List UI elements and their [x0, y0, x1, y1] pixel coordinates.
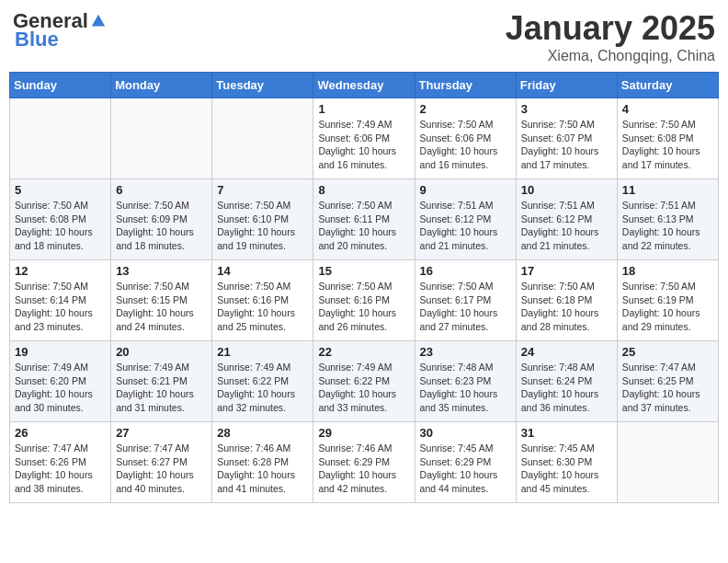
day-info: Sunrise: 7:50 AM Sunset: 6:16 PM Dayligh… — [217, 280, 308, 334]
day-number: 12 — [15, 264, 106, 278]
day-info: Sunrise: 7:45 AM Sunset: 6:29 PM Dayligh… — [420, 442, 511, 496]
day-info: Sunrise: 7:50 AM Sunset: 6:17 PM Dayligh… — [420, 280, 511, 334]
day-info: Sunrise: 7:51 AM Sunset: 6:12 PM Dayligh… — [521, 199, 612, 253]
logo: General Blue — [13, 9, 107, 52]
day-number: 31 — [521, 426, 612, 440]
calendar-cell — [111, 98, 212, 179]
weekday-header-thursday: Thursday — [415, 73, 516, 98]
calendar-cell: 17Sunrise: 7:50 AM Sunset: 6:18 PM Dayli… — [516, 260, 617, 341]
calendar-cell: 24Sunrise: 7:48 AM Sunset: 6:24 PM Dayli… — [516, 341, 617, 422]
calendar-cell — [617, 422, 718, 503]
day-number: 7 — [217, 183, 308, 197]
calendar-cell: 29Sunrise: 7:46 AM Sunset: 6:29 PM Dayli… — [313, 422, 415, 503]
calendar-cell: 3Sunrise: 7:50 AM Sunset: 6:07 PM Daylig… — [516, 98, 617, 179]
calendar-cell: 21Sunrise: 7:49 AM Sunset: 6:22 PM Dayli… — [212, 341, 313, 422]
day-number: 28 — [217, 426, 308, 440]
day-info: Sunrise: 7:50 AM Sunset: 6:14 PM Dayligh… — [15, 280, 106, 334]
calendar-cell: 11Sunrise: 7:51 AM Sunset: 6:13 PM Dayli… — [617, 179, 718, 260]
day-number: 6 — [116, 183, 207, 197]
calendar-table: SundayMondayTuesdayWednesdayThursdayFrid… — [9, 72, 719, 503]
calendar-cell — [212, 98, 313, 179]
day-number: 25 — [622, 345, 713, 359]
calendar-cell: 10Sunrise: 7:51 AM Sunset: 6:12 PM Dayli… — [516, 179, 617, 260]
weekday-header-tuesday: Tuesday — [212, 73, 313, 98]
day-number: 24 — [521, 345, 612, 359]
day-number: 30 — [420, 426, 511, 440]
calendar-cell: 2Sunrise: 7:50 AM Sunset: 6:06 PM Daylig… — [415, 98, 516, 179]
calendar-cell: 9Sunrise: 7:51 AM Sunset: 6:12 PM Daylig… — [415, 179, 516, 260]
day-info: Sunrise: 7:50 AM Sunset: 6:08 PM Dayligh… — [15, 199, 106, 253]
day-info: Sunrise: 7:51 AM Sunset: 6:12 PM Dayligh… — [420, 199, 511, 253]
day-info: Sunrise: 7:50 AM Sunset: 6:15 PM Dayligh… — [116, 280, 207, 334]
day-info: Sunrise: 7:50 AM Sunset: 6:11 PM Dayligh… — [318, 199, 409, 253]
day-number: 27 — [116, 426, 207, 440]
day-info: Sunrise: 7:50 AM Sunset: 6:16 PM Dayligh… — [318, 280, 409, 334]
day-info: Sunrise: 7:48 AM Sunset: 6:24 PM Dayligh… — [521, 361, 612, 415]
day-number: 8 — [318, 183, 409, 197]
day-number: 15 — [318, 264, 409, 278]
day-info: Sunrise: 7:48 AM Sunset: 6:23 PM Dayligh… — [420, 361, 511, 415]
svg-marker-0 — [92, 15, 105, 27]
calendar-cell: 4Sunrise: 7:50 AM Sunset: 6:08 PM Daylig… — [617, 98, 718, 179]
calendar-cell: 14Sunrise: 7:50 AM Sunset: 6:16 PM Dayli… — [212, 260, 313, 341]
week-row-2: 5Sunrise: 7:50 AM Sunset: 6:08 PM Daylig… — [10, 179, 719, 260]
weekday-header-wednesday: Wednesday — [313, 73, 415, 98]
week-row-5: 26Sunrise: 7:47 AM Sunset: 6:26 PM Dayli… — [10, 422, 719, 503]
day-number: 5 — [15, 183, 106, 197]
day-number: 20 — [116, 345, 207, 359]
calendar-cell: 1Sunrise: 7:49 AM Sunset: 6:06 PM Daylig… — [313, 98, 415, 179]
week-row-1: 1Sunrise: 7:49 AM Sunset: 6:06 PM Daylig… — [10, 98, 719, 179]
day-number: 3 — [521, 102, 612, 116]
day-info: Sunrise: 7:50 AM Sunset: 6:06 PM Dayligh… — [420, 118, 511, 172]
day-number: 26 — [15, 426, 106, 440]
day-number: 1 — [318, 102, 409, 116]
calendar-cell: 7Sunrise: 7:50 AM Sunset: 6:10 PM Daylig… — [212, 179, 313, 260]
day-info: Sunrise: 7:50 AM Sunset: 6:07 PM Dayligh… — [521, 118, 612, 172]
day-number: 16 — [420, 264, 511, 278]
logo-icon — [90, 13, 107, 29]
day-info: Sunrise: 7:51 AM Sunset: 6:13 PM Dayligh… — [622, 199, 713, 253]
calendar-cell — [10, 98, 111, 179]
calendar-cell: 5Sunrise: 7:50 AM Sunset: 6:08 PM Daylig… — [10, 179, 111, 260]
logo-blue: Blue — [15, 28, 59, 52]
title-block: January 2025 Xiema, Chongqing, China — [506, 9, 715, 64]
day-number: 11 — [622, 183, 713, 197]
day-info: Sunrise: 7:49 AM Sunset: 6:22 PM Dayligh… — [217, 361, 308, 415]
calendar-cell: 13Sunrise: 7:50 AM Sunset: 6:15 PM Dayli… — [111, 260, 212, 341]
calendar-cell: 8Sunrise: 7:50 AM Sunset: 6:11 PM Daylig… — [313, 179, 415, 260]
day-number: 9 — [420, 183, 511, 197]
calendar-cell: 22Sunrise: 7:49 AM Sunset: 6:22 PM Dayli… — [313, 341, 415, 422]
calendar-cell: 12Sunrise: 7:50 AM Sunset: 6:14 PM Dayli… — [10, 260, 111, 341]
weekday-header-row: SundayMondayTuesdayWednesdayThursdayFrid… — [10, 73, 719, 98]
day-number: 23 — [420, 345, 511, 359]
calendar-cell: 18Sunrise: 7:50 AM Sunset: 6:19 PM Dayli… — [617, 260, 718, 341]
day-info: Sunrise: 7:47 AM Sunset: 6:27 PM Dayligh… — [116, 442, 207, 496]
page-header: General Blue January 2025 Xiema, Chongqi… — [9, 9, 719, 64]
calendar-cell: 31Sunrise: 7:45 AM Sunset: 6:30 PM Dayli… — [516, 422, 617, 503]
weekday-header-sunday: Sunday — [10, 73, 111, 98]
day-info: Sunrise: 7:50 AM Sunset: 6:18 PM Dayligh… — [521, 280, 612, 334]
day-number: 13 — [116, 264, 207, 278]
day-number: 14 — [217, 264, 308, 278]
day-info: Sunrise: 7:49 AM Sunset: 6:06 PM Dayligh… — [318, 118, 409, 172]
day-info: Sunrise: 7:47 AM Sunset: 6:26 PM Dayligh… — [15, 442, 106, 496]
weekday-header-monday: Monday — [111, 73, 212, 98]
day-info: Sunrise: 7:50 AM Sunset: 6:09 PM Dayligh… — [116, 199, 207, 253]
weekday-header-friday: Friday — [516, 73, 617, 98]
day-number: 21 — [217, 345, 308, 359]
day-number: 2 — [420, 102, 511, 116]
day-number: 17 — [521, 264, 612, 278]
day-info: Sunrise: 7:45 AM Sunset: 6:30 PM Dayligh… — [521, 442, 612, 496]
week-row-3: 12Sunrise: 7:50 AM Sunset: 6:14 PM Dayli… — [10, 260, 719, 341]
day-info: Sunrise: 7:50 AM Sunset: 6:10 PM Dayligh… — [217, 199, 308, 253]
weekday-header-saturday: Saturday — [617, 73, 718, 98]
day-info: Sunrise: 7:47 AM Sunset: 6:25 PM Dayligh… — [622, 361, 713, 415]
day-info: Sunrise: 7:46 AM Sunset: 6:29 PM Dayligh… — [318, 442, 409, 496]
day-number: 4 — [622, 102, 713, 116]
calendar-cell: 19Sunrise: 7:49 AM Sunset: 6:20 PM Dayli… — [10, 341, 111, 422]
calendar-subtitle: Xiema, Chongqing, China — [506, 48, 715, 64]
day-number: 18 — [622, 264, 713, 278]
day-number: 22 — [318, 345, 409, 359]
week-row-4: 19Sunrise: 7:49 AM Sunset: 6:20 PM Dayli… — [10, 341, 719, 422]
calendar-cell: 25Sunrise: 7:47 AM Sunset: 6:25 PM Dayli… — [617, 341, 718, 422]
